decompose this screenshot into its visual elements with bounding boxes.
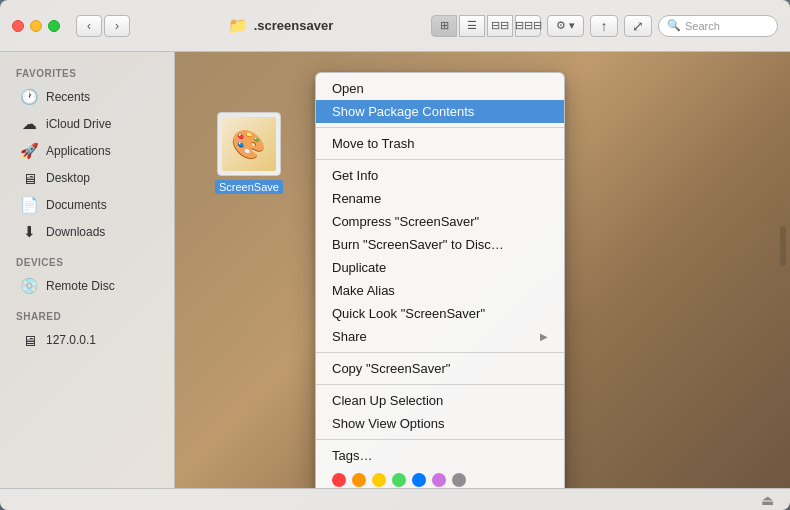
menu-item-clean-up-label: Clean Up Selection bbox=[332, 393, 443, 408]
title-folder-icon: 📁 bbox=[228, 16, 248, 35]
tag-yellow[interactable] bbox=[372, 473, 386, 487]
navigation-buttons: ‹ › bbox=[76, 15, 130, 37]
search-placeholder: Search bbox=[685, 20, 720, 32]
menu-item-duplicate[interactable]: Duplicate bbox=[316, 256, 564, 279]
separator-3 bbox=[316, 352, 564, 353]
traffic-lights bbox=[12, 20, 60, 32]
back-button[interactable]: ‹ bbox=[76, 15, 102, 37]
documents-icon: 📄 bbox=[20, 196, 38, 214]
menu-item-move-trash[interactable]: Move to Trash bbox=[316, 132, 564, 155]
menu-item-share-label: Share bbox=[332, 329, 367, 344]
menu-item-copy-label: Copy "ScreenSaver" bbox=[332, 361, 450, 376]
menu-item-move-trash-label: Move to Trash bbox=[332, 136, 414, 151]
separator-5 bbox=[316, 439, 564, 440]
tag-blue[interactable] bbox=[412, 473, 426, 487]
menu-item-duplicate-label: Duplicate bbox=[332, 260, 386, 275]
documents-label: Documents bbox=[46, 198, 107, 212]
screensaver-item-label: ScreenSave bbox=[215, 180, 283, 194]
menu-item-share[interactable]: Share ▶ bbox=[316, 325, 564, 348]
forward-button[interactable]: › bbox=[104, 15, 130, 37]
tag-orange[interactable] bbox=[352, 473, 366, 487]
separator-4 bbox=[316, 384, 564, 385]
desktop-label: Desktop bbox=[46, 171, 90, 185]
window-title: 📁 .screensaver bbox=[138, 16, 423, 35]
arrange-icon: ⚙ bbox=[556, 19, 566, 32]
list-view-button[interactable]: ☰ bbox=[459, 15, 485, 37]
column-view-button[interactable]: ⊟⊟ bbox=[487, 15, 513, 37]
screensaver-icon-glyph: 🎨 bbox=[231, 128, 266, 161]
tag-green[interactable] bbox=[392, 473, 406, 487]
sidebar-item-downloads[interactable]: ⬇ Downloads bbox=[4, 219, 170, 245]
share-button[interactable]: ↑ bbox=[590, 15, 618, 37]
content-area: 🎨 ScreenSave Open Show Package Contents … bbox=[175, 52, 790, 488]
sidebar-item-recents[interactable]: 🕐 Recents bbox=[4, 84, 170, 110]
menu-item-get-info[interactable]: Get Info bbox=[316, 164, 564, 187]
icon-view-button[interactable]: ⊞ bbox=[431, 15, 457, 37]
sidebar-item-documents[interactable]: 📄 Documents bbox=[4, 192, 170, 218]
menu-item-copy[interactable]: Copy "ScreenSaver" bbox=[316, 357, 564, 380]
menu-item-burn[interactable]: Burn "ScreenSaver" to Disc… bbox=[316, 233, 564, 256]
sidebar-item-remote-disc[interactable]: 💿 Remote Disc bbox=[4, 273, 170, 299]
menu-item-quick-look[interactable]: Quick Look "ScreenSaver" bbox=[316, 302, 564, 325]
menu-item-view-options-label: Show View Options bbox=[332, 416, 445, 431]
tags-row bbox=[316, 467, 564, 488]
menu-item-clean-up[interactable]: Clean Up Selection bbox=[316, 389, 564, 412]
menu-item-tags[interactable]: Tags… bbox=[316, 444, 564, 467]
search-icon: 🔍 bbox=[667, 19, 681, 32]
menu-item-make-alias[interactable]: Make Alias bbox=[316, 279, 564, 302]
title-label: .screensaver bbox=[254, 18, 334, 33]
search-box[interactable]: 🔍 Search bbox=[658, 15, 778, 37]
tag-red[interactable] bbox=[332, 473, 346, 487]
menu-item-rename-label: Rename bbox=[332, 191, 381, 206]
menu-item-compress[interactable]: Compress "ScreenSaver" bbox=[316, 210, 564, 233]
menu-item-make-alias-label: Make Alias bbox=[332, 283, 395, 298]
tag-gray[interactable] bbox=[452, 473, 466, 487]
localhost-label: 127.0.0.1 bbox=[46, 333, 96, 347]
applications-label: Applications bbox=[46, 144, 111, 158]
eject-button[interactable]: ⏏ bbox=[761, 492, 774, 508]
localhost-icon: 🖥 bbox=[20, 331, 38, 349]
screensaver-item[interactable]: 🎨 ScreenSave bbox=[215, 112, 283, 194]
applications-icon: 🚀 bbox=[20, 142, 38, 160]
recents-label: Recents bbox=[46, 90, 90, 104]
finder-window: ‹ › 📁 .screensaver ⊞ ☰ ⊟⊟ ⊟⊟⊟ ⚙ ▾ ↑ ⤢ 🔍 … bbox=[0, 0, 790, 510]
arrange-dropdown[interactable]: ⚙ ▾ bbox=[547, 15, 584, 37]
favorites-section-title: Favorites bbox=[0, 64, 174, 83]
downloads-label: Downloads bbox=[46, 225, 105, 239]
menu-item-show-package-label: Show Package Contents bbox=[332, 104, 474, 119]
tag-purple[interactable] bbox=[432, 473, 446, 487]
cover-flow-button[interactable]: ⊟⊟⊟ bbox=[515, 15, 541, 37]
dropdown-arrow: ▾ bbox=[569, 19, 575, 32]
menu-item-rename[interactable]: Rename bbox=[316, 187, 564, 210]
screensaver-item-icon: 🎨 bbox=[217, 112, 281, 176]
close-button[interactable] bbox=[12, 20, 24, 32]
maximize-button[interactable] bbox=[48, 20, 60, 32]
titlebar: ‹ › 📁 .screensaver ⊞ ☰ ⊟⊟ ⊟⊟⊟ ⚙ ▾ ↑ ⤢ 🔍 … bbox=[0, 0, 790, 52]
sidebar-item-icloud[interactable]: ☁ iCloud Drive bbox=[4, 111, 170, 137]
statusbar: ⏏ bbox=[0, 488, 790, 510]
menu-item-compress-label: Compress "ScreenSaver" bbox=[332, 214, 479, 229]
menu-item-open[interactable]: Open bbox=[316, 77, 564, 100]
downloads-icon: ⬇ bbox=[20, 223, 38, 241]
menu-item-tags-label: Tags… bbox=[332, 448, 372, 463]
shared-section-title: Shared bbox=[0, 307, 174, 326]
separator-1 bbox=[316, 127, 564, 128]
menu-item-burn-label: Burn "ScreenSaver" to Disc… bbox=[332, 237, 504, 252]
minimize-button[interactable] bbox=[30, 20, 42, 32]
toolbar-right: ⊞ ☰ ⊟⊟ ⊟⊟⊟ ⚙ ▾ ↑ ⤢ 🔍 Search bbox=[431, 15, 778, 37]
fullscreen-button[interactable]: ⤢ bbox=[624, 15, 652, 37]
view-buttons: ⊞ ☰ ⊟⊟ ⊟⊟⊟ bbox=[431, 15, 541, 37]
context-menu: Open Show Package Contents Move to Trash… bbox=[315, 72, 565, 488]
icloud-label: iCloud Drive bbox=[46, 117, 111, 131]
menu-item-get-info-label: Get Info bbox=[332, 168, 378, 183]
remote-disc-icon: 💿 bbox=[20, 277, 38, 295]
sidebar: Favorites 🕐 Recents ☁ iCloud Drive 🚀 App… bbox=[0, 52, 175, 488]
menu-item-open-label: Open bbox=[332, 81, 364, 96]
share-arrow-icon: ▶ bbox=[540, 331, 548, 342]
sidebar-item-localhost[interactable]: 🖥 127.0.0.1 bbox=[4, 327, 170, 353]
menu-item-view-options[interactable]: Show View Options bbox=[316, 412, 564, 435]
sidebar-item-desktop[interactable]: 🖥 Desktop bbox=[4, 165, 170, 191]
recents-icon: 🕐 bbox=[20, 88, 38, 106]
menu-item-show-package[interactable]: Show Package Contents bbox=[316, 100, 564, 123]
sidebar-item-applications[interactable]: 🚀 Applications bbox=[4, 138, 170, 164]
